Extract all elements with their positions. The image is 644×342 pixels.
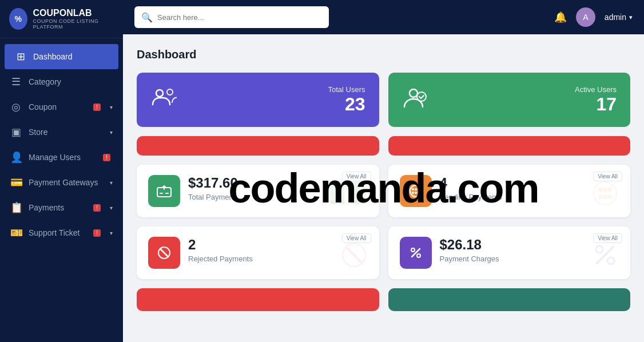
- chevron-down-icon: ▾: [110, 180, 113, 186]
- red-strip-row: [137, 136, 630, 156]
- svg-point-17: [603, 194, 607, 199]
- active-users-icon: [402, 84, 428, 116]
- active-users-info: Active Users 17: [440, 85, 617, 115]
- manage-users-icon: 👤: [10, 151, 22, 164]
- svg-point-13: [598, 188, 603, 192]
- total-payment-icon: [148, 175, 180, 207]
- sidebar-item-dashboard[interactable]: ⊞ Dashboard: [5, 44, 118, 69]
- svg-point-21: [411, 248, 415, 252]
- manage-users-badge: !: [103, 154, 110, 161]
- logo-main: COUPONLAB: [33, 8, 114, 18]
- total-users-icon: [150, 84, 177, 116]
- main-area: 🔍 🔔 A admin ▾ Dashboard codemanda.com: [123, 0, 644, 342]
- header-right: 🔔 A admin ▾: [554, 7, 633, 27]
- chevron-down-icon: ▾: [110, 129, 113, 136]
- bottom-cards: [137, 288, 630, 311]
- category-icon: ☰: [10, 75, 22, 88]
- stat-bg-icon: 💵: [328, 174, 368, 212]
- active-users-label: Active Users: [440, 85, 617, 94]
- sidebar-item-label: Payment Gateways: [29, 178, 103, 187]
- sidebar-logo: % COUPONLAB COUPON CODE LISTING PLATFORM: [0, 0, 123, 38]
- payment-charges-icon: [400, 237, 432, 269]
- logo-icon: %: [9, 8, 27, 30]
- pending-payments-icon: [400, 175, 432, 207]
- svg-point-14: [603, 188, 607, 192]
- svg-point-16: [598, 194, 603, 199]
- sidebar-item-store[interactable]: ▣ Store ▾: [0, 120, 123, 145]
- svg-point-22: [417, 254, 420, 257]
- content-area: Dashboard codemanda.com Total Users 23: [123, 34, 644, 342]
- svg-point-15: [607, 188, 612, 192]
- payment-charges-card: View All $26.18 Payment Charges: [388, 226, 631, 279]
- page-title: Dashboard: [137, 48, 630, 61]
- sidebar-nav: ⊞ Dashboard ☰ Category ◎ Coupon ! ▾ ▣ St…: [0, 38, 123, 342]
- rejected-payments-icon: [148, 237, 180, 269]
- sidebar-item-label: Category: [29, 77, 113, 86]
- support-ticket-badge: !: [93, 229, 101, 237]
- sidebar-item-coupon[interactable]: ◎ Coupon ! ▾: [0, 94, 123, 120]
- svg-point-11: [418, 192, 420, 194]
- sidebar-item-support-ticket[interactable]: 🎫 Support Ticket ! ▾: [0, 220, 123, 245]
- coupon-badge: !: [93, 104, 101, 111]
- sidebar-item-label: Manage Users: [29, 153, 96, 162]
- total-users-info: Total Users 23: [188, 85, 365, 115]
- payments-badge: !: [93, 204, 101, 212]
- search-input[interactable]: [157, 13, 322, 22]
- pending-payments-card: View All 4: [388, 165, 631, 217]
- svg-point-2: [410, 89, 418, 97]
- sidebar-item-category[interactable]: ☰ Category: [0, 69, 123, 94]
- bottom-card-teal: [388, 288, 631, 311]
- svg-point-8: [418, 188, 420, 190]
- sidebar-item-label: Support Ticket: [29, 228, 86, 237]
- svg-point-9: [412, 192, 414, 194]
- support-ticket-icon: 🎫: [10, 226, 22, 239]
- sidebar-item-payment-gateways[interactable]: 💳 Payment Gateways ▾: [0, 170, 123, 195]
- stat-cards-grid-2: View All 2 Rejected Payments: [137, 226, 630, 279]
- sidebar-item-label: Dashboard: [33, 52, 108, 61]
- bell-icon[interactable]: 🔔: [554, 11, 567, 23]
- header: 🔍 🔔 A admin ▾: [123, 0, 644, 34]
- sidebar-item-label: Coupon: [29, 102, 86, 112]
- user-name: admin: [605, 13, 626, 22]
- active-users-card: Active Users 17: [388, 73, 631, 127]
- coupon-icon: ◎: [10, 101, 22, 113]
- svg-point-23: [596, 246, 603, 253]
- total-payment-card: View All $317.60 Total Payment 💵: [137, 165, 379, 217]
- header-user: admin ▾: [605, 13, 633, 22]
- svg-point-6: [412, 188, 414, 190]
- svg-point-10: [415, 192, 417, 194]
- chevron-down-icon: ▾: [629, 14, 633, 21]
- svg-point-7: [415, 188, 417, 190]
- total-users-value: 23: [188, 94, 365, 115]
- sidebar-item-manage-users[interactable]: 👤 Manage Users !: [0, 145, 123, 170]
- sidebar-item-payments[interactable]: 📋 Payments ! ▾: [0, 195, 123, 220]
- dashboard-icon: ⊞: [15, 50, 26, 63]
- payment-gateways-icon: 💳: [10, 176, 22, 189]
- svg-point-12: [594, 182, 617, 205]
- store-icon: ▣: [10, 126, 22, 138]
- svg-point-24: [607, 257, 614, 264]
- chevron-down-icon: ▾: [110, 230, 113, 236]
- bottom-card-red: [137, 288, 379, 311]
- logo-text: COUPONLAB COUPON CODE LISTING PLATFORM: [33, 8, 114, 30]
- hero-cards: Total Users 23 Active Users 17: [137, 73, 630, 127]
- svg-point-0: [156, 90, 163, 97]
- sidebar: % COUPONLAB COUPON CODE LISTING PLATFORM…: [0, 0, 123, 342]
- svg-point-18: [607, 194, 612, 199]
- total-users-label: Total Users: [188, 85, 365, 94]
- chevron-down-icon: ▾: [110, 104, 113, 110]
- logo-sub: COUPON CODE LISTING PLATFORM: [33, 18, 114, 30]
- svg-point-1: [167, 89, 173, 95]
- svg-point-5: [410, 185, 422, 197]
- total-users-card: Total Users 23: [137, 73, 379, 127]
- stat-cards-grid: View All $317.60 Total Payment 💵: [137, 165, 630, 217]
- avatar: A: [576, 7, 595, 27]
- payments-icon: 📋: [10, 201, 22, 214]
- red-strip-left: [137, 136, 379, 156]
- active-users-value: 17: [440, 94, 617, 115]
- rejected-payments-card: View All 2 Rejected Payments: [137, 226, 379, 279]
- sidebar-item-label: Payments: [29, 203, 86, 212]
- search-bar[interactable]: 🔍: [134, 6, 329, 28]
- search-icon: 🔍: [141, 12, 153, 23]
- chevron-down-icon: ▾: [110, 205, 113, 211]
